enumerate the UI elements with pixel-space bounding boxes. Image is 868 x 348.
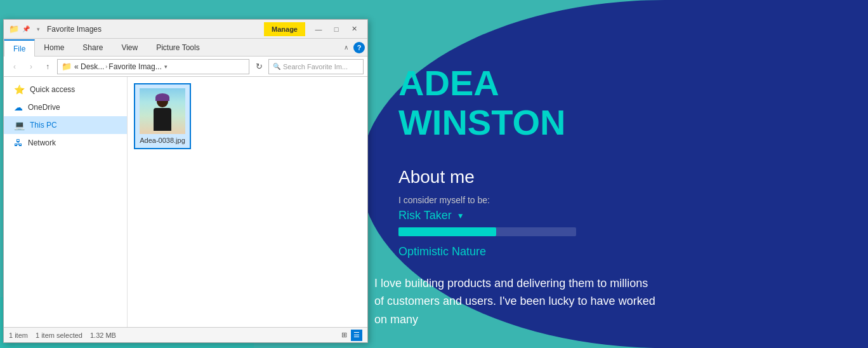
- person-silhouette: [150, 96, 175, 134]
- thumbnail-image: [140, 88, 185, 134]
- file-name: Adea-0038.jpg: [140, 137, 185, 144]
- up-button[interactable]: ↑: [41, 60, 55, 74]
- close-button[interactable]: ✕: [346, 23, 362, 36]
- trait1-row: Risk Taker ▼: [398, 209, 830, 222]
- cloud-icon: ☁: [14, 102, 23, 112]
- status-selected-info: 1 item selected: [36, 331, 82, 339]
- refresh-button[interactable]: ↻: [252, 60, 266, 74]
- sidebar: ⭐ Quick access ☁ OneDrive 💻 This PC 🖧 Ne…: [4, 77, 128, 327]
- sidebar-item-this-pc[interactable]: 💻 This PC: [4, 116, 127, 134]
- sidebar-label-quick-access: Quick access: [30, 85, 75, 94]
- consider-label: I consider myself to be:: [398, 195, 830, 205]
- sidebar-label-this-pc: This PC: [30, 121, 57, 130]
- forward-button[interactable]: ›: [24, 60, 38, 74]
- manage-button[interactable]: Manage: [264, 22, 305, 36]
- sidebar-label-network: Network: [28, 138, 56, 147]
- view-list-button[interactable]: ☰: [351, 330, 362, 341]
- address-chevron1: ›: [105, 64, 107, 70]
- about-section: About me I consider myself to be: Risk T…: [398, 167, 830, 258]
- arrow-icon: ▾: [33, 24, 43, 34]
- about-title: About me: [398, 167, 830, 187]
- title-bar-icons: 📁 📌 ▾: [9, 24, 43, 34]
- trait1-progress-fill: [398, 227, 496, 236]
- address-folder-icon: 📁: [62, 62, 72, 71]
- window-title: Favorite Images: [47, 25, 264, 34]
- status-item-count: 1 item: [9, 331, 28, 339]
- profile-last-name: WINSTON: [398, 103, 830, 142]
- sidebar-item-onedrive[interactable]: ☁ OneDrive: [4, 98, 127, 116]
- back-button[interactable]: ‹: [8, 60, 22, 74]
- status-bar-right: ⊞ ☰: [338, 330, 362, 341]
- status-file-size: 1.32 MB: [90, 331, 116, 339]
- explorer-main: ⭐ Quick access ☁ OneDrive 💻 This PC 🖧 Ne…: [4, 77, 367, 327]
- sidebar-item-quick-access[interactable]: ⭐ Quick access: [4, 81, 127, 98]
- pc-icon: 💻: [14, 120, 25, 130]
- address-path-start: « Desk...: [74, 62, 104, 71]
- maximize-button[interactable]: □: [328, 23, 345, 36]
- view-thumbnail-button[interactable]: ⊞: [338, 330, 350, 341]
- tab-home[interactable]: Home: [35, 39, 74, 56]
- address-path-folder: Favorite Imag...: [109, 62, 161, 71]
- help-button[interactable]: ?: [353, 42, 365, 53]
- trait1-progress-bar: [398, 227, 576, 236]
- star-icon: ⭐: [14, 84, 25, 95]
- file-area[interactable]: Adea-0038.jpg: [128, 77, 367, 327]
- profile-first-name: ADEA: [398, 64, 830, 103]
- address-bar: ‹ › ↑ 📁 « Desk... › Favorite Imag... ▾ ↻…: [4, 57, 367, 77]
- status-bar: 1 item 1 item selected 1.32 MB ⊞ ☰: [4, 327, 367, 342]
- network-icon: 🖧: [14, 138, 23, 148]
- tab-share[interactable]: Share: [74, 39, 112, 56]
- file-thumbnail: [140, 88, 185, 134]
- sidebar-item-network[interactable]: 🖧 Network: [4, 134, 127, 152]
- sidebar-label-onedrive: OneDrive: [28, 103, 60, 112]
- quote-text: I love building products and delivering …: [374, 274, 660, 329]
- search-box[interactable]: 🔍 Search Favorite Im...: [268, 59, 364, 74]
- explorer-window: 📁 📌 ▾ Favorite Images Manage — □ ✕ File …: [3, 19, 368, 343]
- profile-name: ADEA WINSTON: [398, 64, 830, 142]
- tab-file[interactable]: File: [4, 39, 35, 57]
- minimize-button[interactable]: —: [310, 23, 327, 36]
- search-placeholder: Search Favorite Im...: [283, 63, 348, 70]
- search-icon: 🔍: [273, 63, 280, 70]
- trait1-dropdown-arrow[interactable]: ▼: [457, 211, 464, 220]
- trait2-label: Optimistic Nature: [398, 245, 830, 258]
- ribbon-collapse-arrow[interactable]: ∧: [341, 43, 351, 52]
- title-bar: 📁 📌 ▾ Favorite Images Manage — □ ✕: [4, 20, 367, 39]
- tab-picture-tools[interactable]: Picture Tools: [147, 39, 209, 56]
- window-controls: — □ ✕: [310, 23, 362, 36]
- address-box[interactable]: 📁 « Desk... › Favorite Imag... ▾: [57, 59, 249, 74]
- file-item-adea-0038[interactable]: Adea-0038.jpg: [134, 83, 191, 149]
- ribbon-tabs: File Home Share View Picture Tools ∧ ?: [4, 39, 367, 57]
- ribbon-right-controls: ∧ ?: [341, 42, 367, 53]
- trait1-value: Risk Taker: [398, 209, 452, 222]
- tab-view[interactable]: View: [112, 39, 147, 56]
- quote-content: I love building products and delivering …: [374, 277, 655, 326]
- file-grid: Adea-0038.jpg: [134, 83, 361, 149]
- pin-icon: 📌: [21, 24, 31, 34]
- folder-icon: 📁: [9, 24, 19, 34]
- address-dropdown-arrow[interactable]: ▾: [164, 64, 168, 70]
